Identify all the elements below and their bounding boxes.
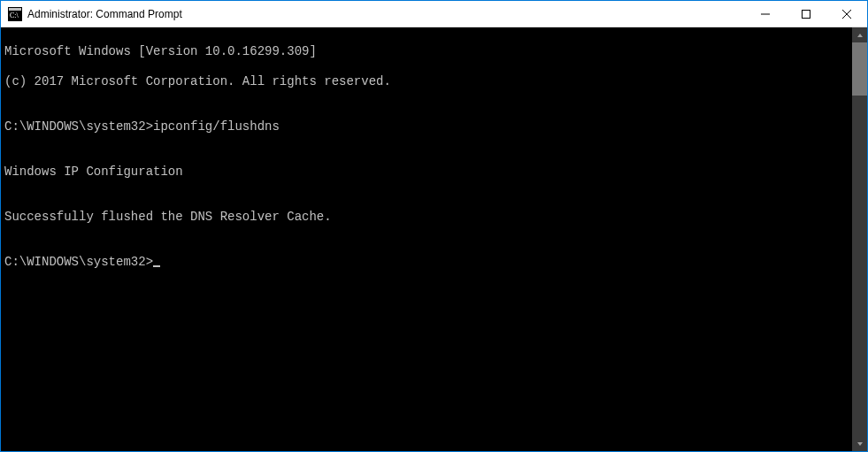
- prompt-path: C:\WINDOWS\system32>: [4, 255, 153, 270]
- window-titlebar[interactable]: C:\ Administrator: Command Prompt: [1, 1, 867, 27]
- text-cursor: [153, 265, 160, 267]
- scroll-thumb[interactable]: [852, 42, 867, 96]
- window-title: Administrator: Command Prompt: [27, 8, 182, 20]
- svg-marker-7: [857, 34, 863, 37]
- prompt-path: C:\WINDOWS\system32>: [4, 119, 153, 134]
- prompt-command: ipconfig/flushdns: [153, 119, 280, 134]
- console-line: C:\WINDOWS\system32>ipconfig/flushdns: [4, 119, 852, 134]
- console-line: C:\WINDOWS\system32>: [4, 255, 852, 270]
- scroll-up-button[interactable]: [852, 27, 867, 42]
- console-area: Microsoft Windows [Version 10.0.16299.30…: [1, 27, 867, 451]
- close-button[interactable]: [826, 1, 867, 27]
- cmd-icon: C:\: [8, 7, 22, 21]
- svg-marker-8: [857, 442, 863, 446]
- console-output[interactable]: Microsoft Windows [Version 10.0.16299.30…: [1, 27, 852, 451]
- console-line: (c) 2017 Microsoft Corporation. All righ…: [4, 74, 852, 89]
- minimize-button[interactable]: [745, 1, 786, 27]
- scroll-track[interactable]: [852, 42, 867, 436]
- console-line: Microsoft Windows [Version 10.0.16299.30…: [4, 44, 852, 59]
- svg-rect-4: [803, 10, 810, 18]
- vertical-scrollbar[interactable]: [852, 27, 867, 451]
- svg-text:C:\: C:\: [10, 11, 19, 19]
- scroll-down-button[interactable]: [852, 436, 867, 451]
- maximize-button[interactable]: [786, 1, 826, 27]
- console-line: Windows IP Configuration: [4, 165, 852, 180]
- svg-rect-1: [9, 8, 21, 11]
- window-controls: [745, 1, 867, 27]
- console-line: Successfully flushed the DNS Resolver Ca…: [4, 210, 852, 225]
